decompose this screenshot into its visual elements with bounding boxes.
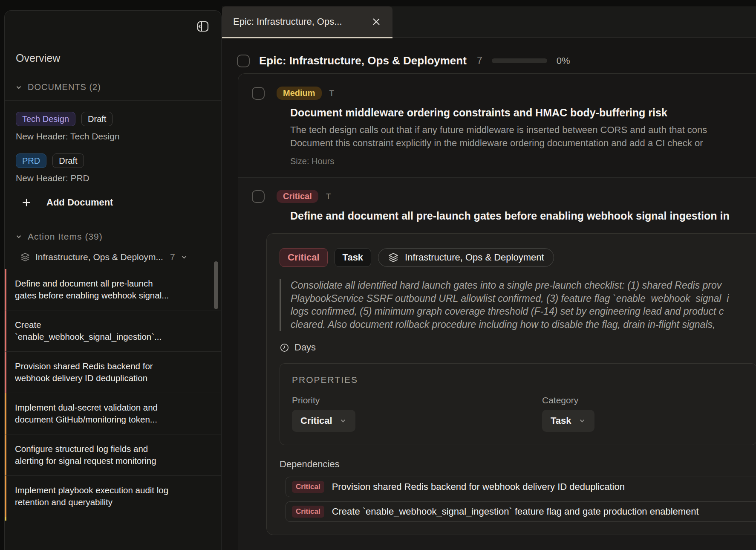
list-item[interactable]: Define and document all pre-launch gates… (5, 269, 221, 310)
layers-icon (388, 252, 399, 263)
action-items-list: Define and document all pre-launch gates… (5, 269, 221, 521)
sidebar-header (5, 11, 221, 42)
document-item[interactable]: PRD Draft New Header: PRD (16, 153, 210, 183)
collapse-sidebar-icon (196, 20, 210, 33)
list-item[interactable]: Create `enable_webhook_signal_ingestion`… (5, 310, 221, 352)
epic-progress-percent: 0% (557, 55, 570, 67)
effort-row: Days (280, 342, 756, 353)
category-dropdown[interactable]: Task (542, 410, 594, 432)
priority-badge: Medium (277, 87, 322, 100)
task-checkbox[interactable] (252, 190, 265, 203)
dependency-text: Create `enable_webhook_signal_ingestion`… (332, 506, 699, 517)
plus-icon (21, 197, 32, 208)
add-document-button[interactable]: Add Document (16, 195, 210, 208)
list-item[interactable]: Implement playbook execution audit log r… (5, 476, 221, 517)
effort-label: Days (294, 342, 316, 353)
properties-header: PROPERTIES (292, 375, 744, 385)
task-detail-description: Consolidate all identified hard launch g… (280, 279, 756, 331)
dependency-item[interactable]: Critical Create `enable_webhook_signal_i… (286, 501, 756, 522)
category-field: Category Task (542, 395, 756, 432)
dependency-text: Provision shared Redis backend for webho… (332, 481, 625, 492)
priority-badge: Critical (277, 190, 318, 203)
description-line: Consolidate all identified hard launch g… (291, 279, 756, 292)
tab-title: Epic: Infrastructure, Ops... (233, 16, 342, 27)
dependency-priority-badge: Critical (292, 506, 324, 518)
item-text: document GitHub/monitoring token... (15, 414, 213, 426)
item-text: retention and queryability (15, 496, 213, 508)
task-card[interactable]: Medium T Document middleware ordering co… (238, 74, 756, 177)
list-item[interactable]: Configure structured log fields and aler… (5, 434, 221, 476)
category-badge-label: Infrastructure, Ops & Deployment (405, 252, 544, 263)
description-line: The tech design calls out that if any fu… (290, 123, 756, 136)
item-text: gates before enabling webhook signal... (15, 289, 213, 301)
description-line: PlaybookService SSRF outbound URL allowl… (291, 292, 756, 305)
chevron-down-icon (578, 417, 586, 425)
sidebar: Overview DOCUMENTS (2) Tech Design Draft… (4, 10, 222, 550)
item-text: webhook delivery ID deduplication (15, 372, 213, 384)
documents-section-header[interactable]: DOCUMENTS (2) (5, 74, 221, 101)
item-text: alerting for signal request monitoring (15, 455, 213, 467)
doc-title: New Header: Tech Design (16, 131, 210, 142)
overview-label: Overview (16, 52, 60, 64)
item-text: Create (15, 319, 213, 331)
task-checkbox[interactable] (252, 87, 265, 100)
doc-type-badge: PRD (16, 153, 46, 168)
epic-group-count: 7 (170, 252, 175, 262)
type-badge[interactable]: Task (335, 248, 372, 267)
item-text: `enable_webhook_signal_ingestion`... (15, 331, 213, 343)
priority-field-label: Priority (292, 395, 542, 405)
close-icon[interactable] (371, 17, 381, 27)
doc-title: New Header: PRD (16, 173, 210, 183)
task-detail-panel: Critical Task Infrastructure, Ops & Depl… (266, 233, 756, 535)
chevron-down-icon (180, 253, 188, 261)
action-items-header-label: Action Items (39) (28, 232, 103, 242)
sidebar-epic-group[interactable]: Infrastructure, Ops & Deploym... 7 (5, 248, 221, 269)
task-description: The tech design calls out that if any fu… (290, 123, 756, 150)
chevron-down-icon (15, 84, 23, 91)
list-item[interactable]: Implement dual-secret validation and doc… (5, 393, 221, 434)
documents-header-label: DOCUMENTS (2) (28, 82, 101, 92)
document-item[interactable]: Tech Design Draft New Header: Tech Desig… (16, 112, 210, 142)
action-items-section-header[interactable]: Action Items (39) (5, 221, 221, 248)
task-title: Define and document all pre-launch gates… (290, 210, 756, 222)
priority-dropdown-value: Critical (300, 415, 332, 426)
sidebar-item-overview[interactable]: Overview (5, 42, 221, 74)
properties-box: PROPERTIES Priority Critical Category (280, 363, 756, 445)
task-size-label: Size: Hours (290, 156, 756, 166)
priority-field: Priority Critical (292, 395, 542, 432)
item-text: Implement playbook execution audit log (15, 484, 213, 496)
epic-checkbox[interactable] (237, 55, 250, 67)
item-text: Define and document all pre-launch (15, 278, 213, 289)
task-list: Medium T Document middleware ordering co… (238, 73, 756, 550)
task-title: Document middleware ordering constraints… (290, 107, 756, 119)
tab-bar: Epic: Infrastructure, Ops... (222, 6, 756, 38)
collapse-sidebar-button[interactable] (195, 18, 211, 35)
type-letter: T (329, 89, 335, 98)
item-text: Configure structured log fields and (15, 443, 213, 455)
list-item[interactable] (5, 517, 221, 521)
sidebar-scrollbar[interactable] (214, 261, 218, 309)
doc-status-badge: Draft (52, 153, 84, 168)
list-item[interactable]: Provision shared Redis backend for webho… (5, 352, 221, 393)
chevron-down-icon (339, 417, 347, 425)
epic-group-label: Infrastructure, Ops & Deploym... (35, 252, 163, 262)
category-dropdown-value: Task (551, 415, 571, 426)
priority-dropdown[interactable]: Critical (292, 410, 355, 432)
task-card-selected[interactable]: Critical T Define and document all pre-l… (238, 177, 756, 550)
epic-task-count: 7 (477, 55, 482, 67)
epic-header: Epic: Infrastructure, Ops & Deployment 7… (222, 39, 756, 67)
dependency-item[interactable]: Critical Provision shared Redis backend … (286, 477, 756, 497)
dependency-priority-badge: Critical (292, 481, 324, 493)
chevron-down-icon (15, 233, 23, 240)
type-letter: T (326, 192, 331, 201)
epic-content: Epic: Infrastructure, Ops & Deployment 7… (222, 39, 756, 550)
clock-icon (280, 343, 289, 353)
category-badge[interactable]: Infrastructure, Ops & Deployment (378, 248, 554, 267)
description-line: cleared. Also document rollback procedur… (291, 318, 756, 331)
main-area: Epic: Infrastructure, Ops... Epic: Infra… (222, 0, 756, 550)
tab-epic[interactable]: Epic: Infrastructure, Ops... (222, 6, 392, 38)
priority-badge[interactable]: Critical (280, 248, 328, 267)
layers-icon (20, 252, 30, 262)
item-text: Implement dual-secret validation and (15, 402, 213, 414)
item-text: Provision shared Redis backend for (15, 360, 213, 372)
